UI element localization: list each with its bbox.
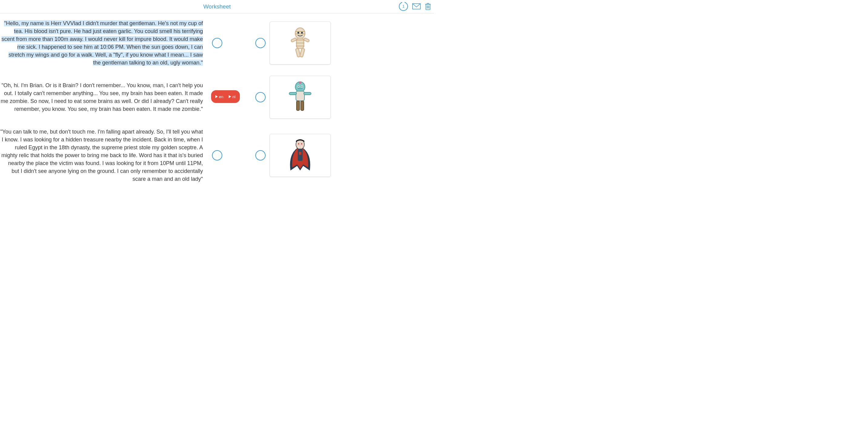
page-title: Worksheet <box>203 3 230 10</box>
top-bar: Worksheet 1 <box>0 0 434 13</box>
vampire-icon <box>282 137 318 174</box>
svg-point-1 <box>295 28 305 39</box>
image-card-mummy[interactable] <box>270 22 331 64</box>
play-icon <box>229 95 231 98</box>
mummy-icon <box>282 25 318 61</box>
svg-point-10 <box>299 82 301 84</box>
image-card-vampire[interactable] <box>270 134 331 177</box>
match-row: "Hello, my name is Herr VVVlad I didn't … <box>0 20 434 67</box>
right-radio-1[interactable] <box>255 38 266 48</box>
trash-icon[interactable] <box>425 3 431 10</box>
svg-rect-13 <box>304 92 311 95</box>
lang-label-en: en <box>219 94 223 99</box>
lang-label-nl: nl <box>232 94 235 99</box>
play-nl-button[interactable]: nl <box>229 94 235 99</box>
svg-point-18 <box>298 86 299 87</box>
left-radio-3[interactable] <box>212 150 222 160</box>
svg-rect-4 <box>304 38 310 42</box>
image-card-zombie[interactable] <box>270 76 331 119</box>
speech-text-3[interactable]: "You can talk to me, but don't touch me.… <box>0 128 207 183</box>
speech-text-2[interactable]: "Oh, hi. I'm Brian. Or is it Brain? I do… <box>0 82 207 113</box>
match-row: "You can talk to me, but don't touch me.… <box>0 128 434 183</box>
right-radio-3[interactable] <box>255 150 266 160</box>
svg-point-22 <box>298 143 299 145</box>
svg-rect-6 <box>300 48 305 57</box>
zombie-icon <box>282 79 318 115</box>
svg-point-19 <box>302 86 303 87</box>
svg-point-8 <box>301 32 303 34</box>
svg-rect-15 <box>301 101 304 111</box>
svg-point-7 <box>298 32 299 34</box>
svg-rect-3 <box>291 38 297 42</box>
svg-rect-11 <box>296 91 304 101</box>
svg-rect-14 <box>297 101 300 111</box>
left-radio-1[interactable] <box>212 38 222 48</box>
notification-badge[interactable]: 1 <box>399 2 408 11</box>
svg-point-23 <box>301 143 302 145</box>
badge-count: 1 <box>403 4 405 8</box>
mail-icon[interactable] <box>412 3 421 9</box>
svg-rect-12 <box>289 92 297 95</box>
right-radio-2[interactable] <box>255 92 266 102</box>
play-en-button[interactable]: en <box>215 94 223 99</box>
play-icon <box>215 95 218 98</box>
speech-text-1[interactable]: "Hello, my name is Herr VVVlad I didn't … <box>0 20 207 67</box>
svg-rect-24 <box>299 152 301 155</box>
toolbar: 1 <box>399 2 431 11</box>
audio-player: en nl <box>211 90 240 103</box>
